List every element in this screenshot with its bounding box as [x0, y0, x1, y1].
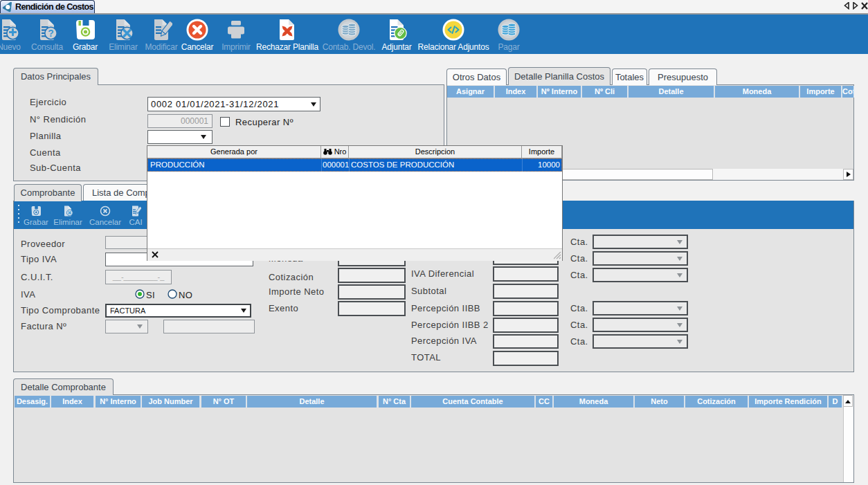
- svg-text:?: ?: [48, 28, 53, 39]
